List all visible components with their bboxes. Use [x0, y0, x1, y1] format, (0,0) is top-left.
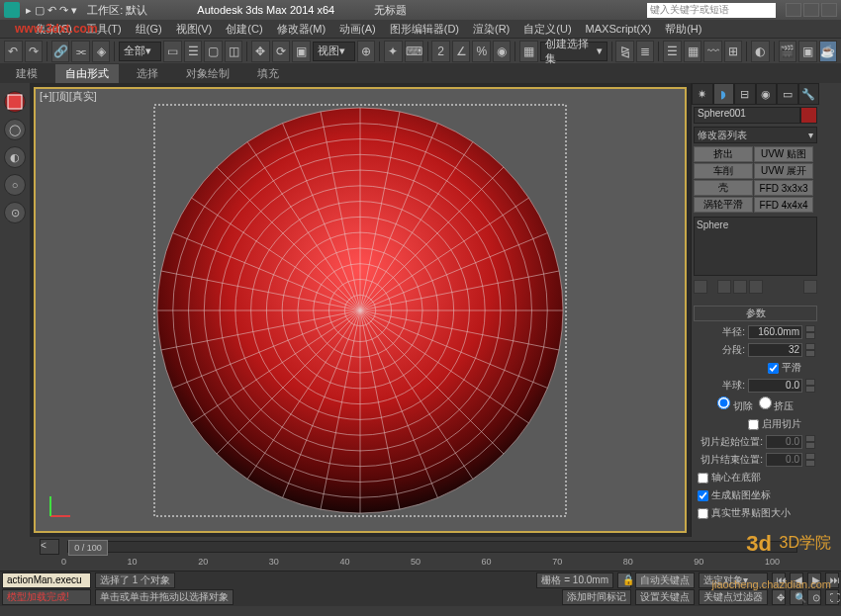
mode-tab[interactable]: 填充	[247, 64, 289, 83]
segments-input[interactable]: 32	[748, 343, 802, 357]
modifier-quick-button[interactable]: UVW 贴图	[754, 146, 813, 162]
render-frame-button[interactable]: ▣	[798, 41, 817, 62]
selection-icon[interactable]: ◐	[4, 146, 26, 168]
pivot-button[interactable]: ⊕	[357, 41, 376, 62]
utilities-tab[interactable]: 🔧	[798, 83, 820, 105]
layers-button[interactable]: ☰	[663, 41, 682, 62]
unlink-button[interactable]: ⫘	[71, 41, 90, 62]
close-button[interactable]	[821, 3, 837, 17]
menu-item[interactable]: 渲染(R)	[467, 21, 515, 38]
slice-to-spinner[interactable]	[805, 453, 815, 467]
hemisphere-input[interactable]: 0.0	[748, 379, 802, 393]
sphere-object[interactable]	[147, 98, 573, 523]
ref-coord-dropdown[interactable]: 视图 ▾	[313, 42, 355, 61]
modifier-list-dropdown[interactable]: 修改器列表▾	[694, 127, 817, 143]
menu-item[interactable]: 创建(C)	[220, 21, 268, 38]
modifier-stack[interactable]: Sphere	[694, 217, 817, 276]
material-editor-button[interactable]: ◐	[751, 41, 770, 62]
lock-button[interactable]: 🔒	[617, 572, 631, 588]
modifier-quick-button[interactable]: 壳	[694, 180, 753, 196]
modifier-quick-button[interactable]: FFD 3x3x3	[754, 180, 813, 196]
mirror-button[interactable]: ⧎	[615, 41, 634, 62]
quick-access[interactable]: ▸ ▢ ↶ ↷ ▾	[26, 4, 77, 17]
schematic-button[interactable]: ⊞	[724, 41, 743, 62]
slice-from-spinner[interactable]	[805, 435, 815, 449]
object-name-input[interactable]: Sphere001	[694, 107, 800, 124]
menu-item[interactable]: 视图(V)	[170, 21, 219, 38]
create-tab[interactable]: ✷	[692, 83, 713, 105]
snap-percent-button[interactable]: %	[472, 41, 491, 62]
graphite-button[interactable]: ▦	[684, 41, 702, 62]
help-search-input[interactable]: 键入关键字或短语	[647, 3, 776, 18]
window-crossing-button[interactable]: ◫	[225, 41, 243, 62]
modifier-quick-button[interactable]: 涡轮平滑	[694, 197, 753, 213]
menu-item[interactable]: 修改器(M)	[271, 21, 332, 38]
nav-max-button[interactable]: ⛶	[825, 589, 839, 605]
slice-to-input[interactable]: 0.0	[766, 453, 802, 467]
slice-on-checkbox[interactable]	[748, 419, 759, 430]
freeform-icon[interactable]: ◯	[4, 119, 26, 140]
parameters-rollout-header[interactable]: 参数	[694, 306, 817, 321]
nav-orbit-button[interactable]: ⊙	[807, 589, 821, 605]
autokey-button[interactable]: 自动关键点	[635, 572, 695, 588]
named-sets-button[interactable]: ▦	[519, 41, 538, 62]
key-filters-button[interactable]: 关键点过滤器	[699, 589, 768, 605]
select-by-name-button[interactable]: ☰	[184, 41, 203, 62]
mode-tab[interactable]: 选择	[127, 64, 168, 83]
paint-icon[interactable]: ○	[4, 174, 26, 196]
key-mode-dropdown[interactable]: 选定对象 ▾	[699, 572, 768, 588]
modifier-quick-button[interactable]: 车削	[694, 163, 753, 179]
modifier-quick-button[interactable]: 挤出	[694, 146, 753, 162]
segments-spinner[interactable]	[805, 343, 815, 357]
scale-button[interactable]: ▣	[292, 41, 311, 62]
play-prev-button[interactable]: ◀	[790, 572, 803, 588]
nav-pan-button[interactable]: ✥	[772, 589, 786, 605]
populate-icon[interactable]: ⊙	[4, 202, 26, 223]
mode-tab[interactable]: 建模	[6, 64, 47, 83]
time-slider[interactable]: 0 / 100	[67, 541, 797, 553]
time-slider-handle[interactable]: 0 / 100	[68, 540, 108, 556]
minimize-button[interactable]	[786, 3, 801, 17]
polygon-modeling-icon[interactable]	[4, 91, 26, 113]
slice-from-input[interactable]: 0.0	[766, 435, 802, 449]
radius-spinner[interactable]	[805, 325, 815, 339]
menu-item[interactable]: 集杂(S)	[30, 21, 78, 38]
render-setup-button[interactable]: 🎬	[779, 41, 797, 62]
stack-item[interactable]: Sphere	[697, 220, 814, 230]
remove-modifier-button[interactable]	[749, 280, 763, 294]
bind-button[interactable]: ◈	[92, 41, 111, 62]
menu-item[interactable]: 图形编辑器(D)	[384, 21, 465, 38]
squash-radio[interactable]: 挤压	[759, 396, 794, 413]
motion-tab[interactable]: ◉	[756, 83, 778, 105]
show-end-result-button[interactable]	[717, 280, 731, 294]
maxscript-mini-listener[interactable]: actionMan.execu	[2, 572, 91, 588]
named-selection-dropdown[interactable]: 创建选择集 ▾	[540, 42, 607, 61]
modify-tab[interactable]: ◗	[713, 83, 735, 105]
menu-item[interactable]: 动画(A)	[333, 21, 382, 38]
mode-tab[interactable]: 自由形式	[55, 64, 119, 83]
object-color-swatch[interactable]	[800, 107, 817, 124]
spinner-snap-button[interactable]: ◉	[493, 41, 512, 62]
snap-angle-button[interactable]: ∠	[452, 41, 471, 62]
menu-item[interactable]: 组(G)	[130, 21, 168, 38]
make-unique-button[interactable]	[733, 280, 747, 294]
menu-item[interactable]: 工具(T)	[80, 21, 128, 38]
redo-button[interactable]: ↷	[25, 41, 44, 62]
move-button[interactable]: ✥	[251, 41, 270, 62]
menu-item[interactable]: 自定义(U)	[517, 21, 577, 38]
chop-radio[interactable]: 切除	[717, 396, 753, 413]
render-button[interactable]: ☕	[819, 41, 838, 62]
play-button[interactable]: ▶	[807, 572, 821, 588]
timeline-toggle-button[interactable]: <	[40, 539, 59, 555]
viewport[interactable]	[34, 87, 687, 533]
hemisphere-spinner[interactable]	[805, 379, 815, 393]
set-key-button[interactable]: 设置关键点	[635, 589, 695, 605]
add-time-tag-button[interactable]: 添加时间标记	[562, 589, 631, 605]
align-button[interactable]: ≣	[636, 41, 655, 62]
snap-2d-button[interactable]: 2	[431, 41, 450, 62]
modifier-quick-button[interactable]: FFD 4x4x4	[754, 197, 813, 213]
nav-zoom-button[interactable]: 🔍	[790, 589, 803, 605]
viewport-label[interactable]: [+][顶][真实]	[40, 89, 97, 104]
keyboard-shortcut-button[interactable]: ⌨	[405, 41, 423, 62]
smooth-checkbox[interactable]	[768, 363, 779, 374]
